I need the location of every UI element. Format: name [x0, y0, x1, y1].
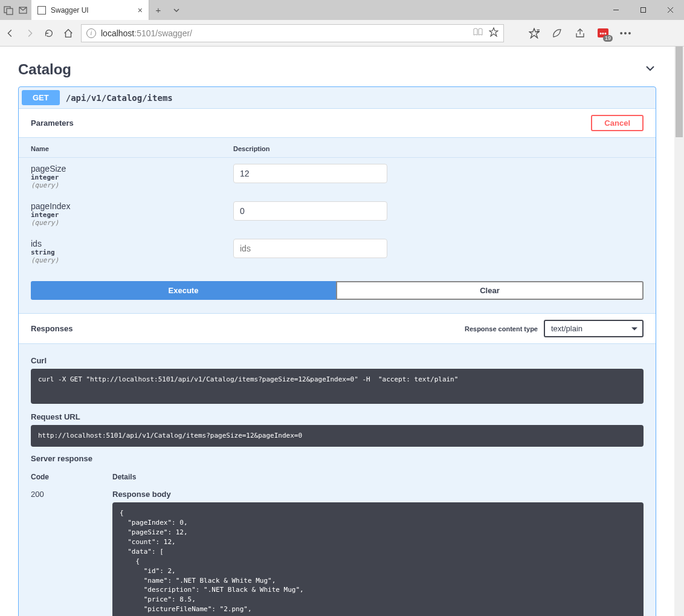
- param-row: pageIndex integer (query): [19, 195, 656, 233]
- responses-title: Responses: [31, 324, 73, 333]
- request-url-label: Request URL: [31, 412, 644, 421]
- new-tab-button[interactable]: +: [149, 0, 167, 20]
- parameters-header: Parameters Cancel: [19, 109, 656, 138]
- extension-icon[interactable]: ••• 19: [597, 27, 609, 39]
- minimize-button[interactable]: [602, 0, 630, 20]
- favorites-bar-icon[interactable]: [528, 27, 540, 39]
- extension-badge: 19: [603, 35, 613, 42]
- site-info-icon[interactable]: i: [86, 28, 96, 38]
- operation-path: /api/v1/Catalog/items: [66, 93, 173, 103]
- scrollbar-thumb[interactable]: [676, 47, 683, 137]
- notes-icon[interactable]: [551, 27, 563, 39]
- home-button[interactable]: [62, 27, 75, 40]
- tab-title: Swagger UI: [51, 6, 133, 15]
- server-response-label: Server response: [31, 454, 644, 463]
- content-type-label: Response content type: [465, 325, 538, 332]
- col-desc-header: Description: [233, 145, 270, 152]
- param-input-pageindex[interactable]: [233, 201, 387, 221]
- tab-preview-icon[interactable]: [18, 5, 28, 15]
- col-code-header: Code: [31, 473, 112, 481]
- parameters-title: Parameters: [31, 118, 74, 128]
- svg-rect-3: [641, 8, 646, 13]
- response-body-label: Response body: [112, 490, 644, 499]
- responses-header: Responses Response content type text/pla…: [19, 313, 656, 344]
- collapse-icon[interactable]: [644, 62, 656, 77]
- param-type: integer: [31, 173, 233, 181]
- param-input-ids[interactable]: [233, 239, 387, 258]
- svg-rect-1: [7, 8, 13, 15]
- col-name-header: Name: [31, 145, 233, 152]
- tab-close-icon[interactable]: ×: [138, 5, 143, 15]
- param-name: pageIndex: [31, 201, 233, 211]
- param-type: integer: [31, 211, 233, 219]
- tab-aside-icon[interactable]: [4, 5, 13, 15]
- param-location: (query): [31, 219, 233, 227]
- close-window-button[interactable]: [657, 0, 684, 20]
- maximize-button[interactable]: [630, 0, 657, 20]
- param-location: (query): [31, 256, 233, 264]
- col-details-header: Details: [112, 473, 136, 481]
- response-table-header: Code Details: [31, 467, 644, 486]
- section-title: Catalog: [18, 61, 71, 78]
- response-body-block: { "pageIndex": 0, "pageSize": 12, "count…: [112, 502, 644, 616]
- curl-label: Curl: [31, 356, 644, 365]
- browser-tab[interactable]: Swagger UI ×: [31, 0, 149, 20]
- window-controls: [602, 0, 684, 20]
- content-type-select[interactable]: text/plain: [544, 320, 644, 337]
- execute-button[interactable]: Execute: [31, 281, 336, 300]
- cancel-button[interactable]: Cancel: [591, 115, 644, 131]
- param-type: string: [31, 248, 233, 256]
- request-url-block: http://localhost:5101/api/v1/Catalog/ite…: [31, 425, 644, 447]
- forward-button[interactable]: [23, 27, 36, 40]
- more-icon[interactable]: •••: [620, 27, 632, 39]
- http-method-badge: GET: [22, 90, 60, 105]
- window-titlebar: Swagger UI × +: [0, 0, 684, 20]
- address-bar[interactable]: i localhost:5101/swagger/: [81, 24, 504, 42]
- browser-toolbar: i localhost:5101/swagger/ ••• 19 •••: [0, 20, 684, 47]
- clear-button[interactable]: Clear: [336, 281, 644, 300]
- param-table-header: Name Description: [19, 138, 656, 158]
- param-location: (query): [31, 181, 233, 189]
- response-row: 200 Response body { "pageIndex": 0, "pag…: [31, 486, 644, 616]
- param-row: pageSize integer (query): [19, 158, 656, 195]
- page-content: Catalog GET /api/v1/Catalog/items Parame…: [0, 47, 674, 616]
- param-name: ids: [31, 239, 233, 248]
- share-icon[interactable]: [574, 27, 586, 39]
- response-code: 200: [31, 490, 112, 616]
- param-name: pageSize: [31, 164, 233, 173]
- tabs-chevron-icon[interactable]: [167, 0, 186, 20]
- url-text: localhost:5101/swagger/: [101, 28, 192, 38]
- reading-view-icon[interactable]: [473, 28, 483, 39]
- operation-header[interactable]: GET /api/v1/Catalog/items: [19, 87, 656, 109]
- param-input-pagesize[interactable]: [233, 164, 387, 183]
- back-button[interactable]: [4, 27, 17, 40]
- tab-favicon: [37, 6, 46, 15]
- favorite-icon[interactable]: [489, 27, 498, 39]
- vertical-scrollbar[interactable]: [674, 47, 684, 616]
- tab-actions-left: [0, 0, 31, 20]
- operation-block: GET /api/v1/Catalog/items Parameters Can…: [18, 86, 656, 616]
- curl-block: curl -X GET "http://localhost:5101/api/v…: [31, 369, 644, 404]
- param-row: ids string (query): [19, 233, 656, 270]
- section-header[interactable]: Catalog: [18, 61, 656, 84]
- refresh-button[interactable]: [42, 27, 56, 40]
